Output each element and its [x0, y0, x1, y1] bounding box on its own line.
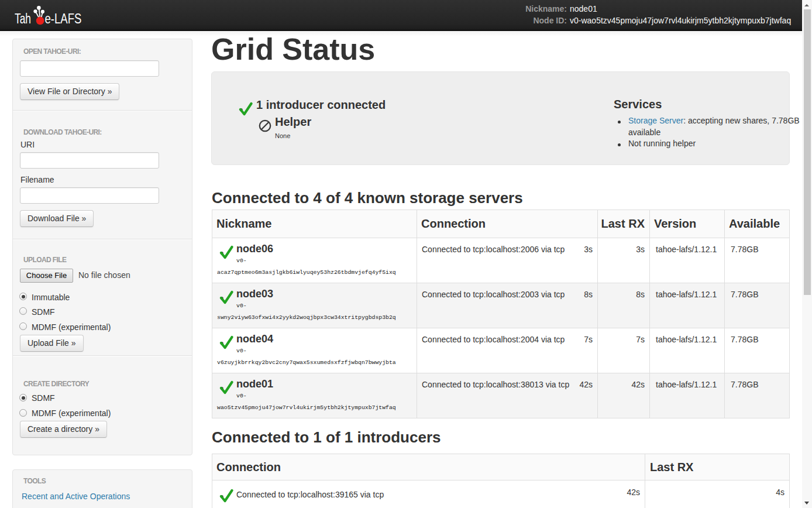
svg-text:e-LAFS: e-LAFS: [45, 11, 82, 26]
svg-text:Tah: Tah: [15, 11, 31, 26]
